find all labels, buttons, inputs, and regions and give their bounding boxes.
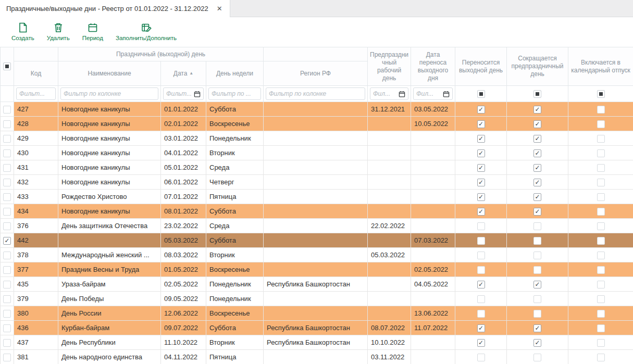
table-row[interactable]: 433Рождество Христово07.01.2022Пятница✓✓ <box>1 190 633 204</box>
row-select-checkbox[interactable] <box>3 295 11 303</box>
moved-checkbox[interactable] <box>477 252 485 259</box>
name-filter-input[interactable] <box>64 90 155 97</box>
region-filter-input[interactable] <box>269 90 362 97</box>
vacation-filter-checkbox[interactable] <box>597 90 605 98</box>
moved-checkbox[interactable]: ✓ <box>477 120 485 128</box>
row-select-checkbox[interactable] <box>3 193 11 201</box>
tab-holidays-registry[interactable]: Праздничные/выходные дни - Реестр от 01.… <box>0 0 230 17</box>
column-header-date[interactable]: Дата▲ <box>161 61 206 86</box>
moved-checkbox[interactable]: ✓ <box>477 339 485 347</box>
moved-checkbox[interactable] <box>477 237 485 245</box>
row-select-checkbox[interactable] <box>3 135 11 143</box>
preholiday-filter-input[interactable] <box>373 90 397 97</box>
moved-checkbox[interactable]: ✓ <box>477 135 485 143</box>
moved-checkbox[interactable] <box>477 354 485 361</box>
row-select-checkbox[interactable] <box>3 339 11 347</box>
vacation-checkbox[interactable] <box>597 149 605 157</box>
reduced-checkbox[interactable]: ✓ <box>533 193 541 201</box>
moved-checkbox[interactable]: ✓ <box>477 179 485 186</box>
calendar-icon[interactable] <box>194 91 201 97</box>
vacation-checkbox[interactable] <box>597 179 605 186</box>
moved-checkbox[interactable] <box>477 266 485 274</box>
row-select-checkbox[interactable] <box>3 324 11 332</box>
reduced-checkbox[interactable] <box>533 237 541 245</box>
reduced-checkbox[interactable]: ✓ <box>533 208 541 216</box>
table-row[interactable]: 430Новогодние каникулы04.01.2022Вторник✓… <box>1 146 633 160</box>
moved-checkbox[interactable]: ✓ <box>477 281 485 288</box>
reduced-checkbox[interactable] <box>533 295 541 303</box>
vacation-checkbox[interactable] <box>597 310 605 318</box>
moved-checkbox[interactable]: ✓ <box>477 324 485 332</box>
vacation-checkbox[interactable] <box>597 193 605 201</box>
row-select-checkbox[interactable] <box>3 208 11 216</box>
reduced-checkbox[interactable]: ✓ <box>533 281 541 288</box>
reduced-checkbox[interactable]: ✓ <box>533 149 541 157</box>
period-button[interactable]: Период <box>76 21 109 42</box>
column-header-vacation[interactable]: Включается в календарный отпуск <box>568 47 633 86</box>
table-row[interactable]: 431Новогодние каникулы05.01.2022Среда✓✓ <box>1 160 633 175</box>
moved-checkbox[interactable] <box>477 222 485 230</box>
row-select-checkbox[interactable] <box>3 310 11 318</box>
table-row[interactable]: 437День Республики11.10.2022ВторникРеспу… <box>1 335 633 350</box>
select-all-checkbox[interactable] <box>3 62 11 70</box>
row-select-checkbox[interactable]: ✓ <box>3 237 11 245</box>
vacation-checkbox[interactable] <box>597 295 605 303</box>
vacation-checkbox[interactable] <box>597 222 605 230</box>
vacation-checkbox[interactable] <box>597 164 605 172</box>
row-select-checkbox[interactable] <box>3 281 11 288</box>
row-select-checkbox[interactable] <box>3 266 11 274</box>
column-header-region[interactable]: Регион РФ <box>264 61 368 86</box>
reduced-checkbox[interactable] <box>533 354 541 361</box>
table-row[interactable]: 376День защитника Отечества23.02.2022Сре… <box>1 219 633 233</box>
moved-filter-checkbox[interactable] <box>477 90 485 98</box>
table-row[interactable]: 428Новогодние каникулы02.01.2022Воскресе… <box>1 117 633 131</box>
vacation-checkbox[interactable] <box>597 354 605 361</box>
reduced-checkbox[interactable] <box>533 252 541 259</box>
row-select-checkbox[interactable] <box>3 222 11 230</box>
row-select-checkbox[interactable] <box>3 164 11 172</box>
table-row[interactable]: 434Новогодние каникулы08.01.2022Суббота✓… <box>1 204 633 219</box>
transfer-filter-input[interactable] <box>416 90 441 97</box>
vacation-checkbox[interactable] <box>597 252 605 259</box>
moved-checkbox[interactable]: ✓ <box>477 208 485 216</box>
row-select-checkbox[interactable] <box>3 106 11 114</box>
reduced-checkbox[interactable]: ✓ <box>533 135 541 143</box>
vacation-checkbox[interactable] <box>597 120 605 128</box>
reduced-filter-checkbox[interactable] <box>533 90 541 98</box>
calendar-icon[interactable] <box>443 91 450 97</box>
vacation-checkbox[interactable] <box>597 237 605 245</box>
vacation-checkbox[interactable] <box>597 266 605 274</box>
table-row[interactable]: ✓44205.03.2022Суббота07.03.2022 <box>1 233 633 248</box>
table-row[interactable]: 432Новогодние каникулы06.01.2022Четверг✓… <box>1 175 633 190</box>
table-row[interactable]: 377Праздник Весны и Труда01.05.2022Воскр… <box>1 262 633 277</box>
fill-button[interactable]: Заполнить/Дополнить <box>109 21 183 42</box>
table-row[interactable]: 380День России12.06.2022Воскресенье13.06… <box>1 306 633 321</box>
row-select-checkbox[interactable] <box>3 354 11 361</box>
table-row[interactable]: 435Ураза-байрам02.05.2022ПонедельникРесп… <box>1 277 633 292</box>
reduced-checkbox[interactable]: ✓ <box>533 179 541 186</box>
sort-asc-icon[interactable]: ▲ <box>189 71 193 76</box>
reduced-checkbox[interactable] <box>533 266 541 274</box>
reduced-checkbox[interactable]: ✓ <box>533 106 541 114</box>
vacation-checkbox[interactable] <box>597 324 605 332</box>
column-header-weekday[interactable]: День недели <box>206 61 264 86</box>
row-select-checkbox[interactable] <box>3 149 11 157</box>
row-select-checkbox[interactable] <box>3 179 11 186</box>
vacation-checkbox[interactable] <box>597 339 605 347</box>
reduced-checkbox[interactable] <box>533 222 541 230</box>
moved-checkbox[interactable]: ✓ <box>477 193 485 201</box>
moved-checkbox[interactable]: ✓ <box>477 149 485 157</box>
column-header-reduced[interactable]: Сокращается предпраздничный день <box>507 47 568 86</box>
moved-checkbox[interactable] <box>477 295 485 303</box>
reduced-checkbox[interactable]: ✓ <box>533 339 541 347</box>
reduced-checkbox[interactable]: ✓ <box>533 120 541 128</box>
column-header-transfer-date[interactable]: Дата переноса выходного дня <box>411 47 455 86</box>
moved-checkbox[interactable] <box>477 310 485 318</box>
create-button[interactable]: Создать <box>5 21 41 42</box>
vacation-checkbox[interactable] <box>597 106 605 114</box>
table-row[interactable]: 378Международный женский ...08.03.2022Вт… <box>1 248 633 262</box>
table-row[interactable]: 381День народного единства04.11.2022Пятн… <box>1 350 633 364</box>
column-header-preholiday[interactable]: Предпраздничный рабочий день <box>368 47 411 86</box>
vacation-checkbox[interactable] <box>597 281 605 288</box>
vacation-checkbox[interactable] <box>597 135 605 143</box>
